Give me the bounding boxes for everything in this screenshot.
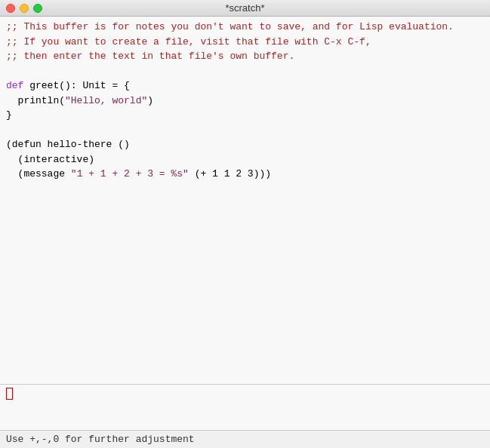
string-message: "1 + 1 + 2 + 3 = %s" xyxy=(71,168,189,180)
type-unit: Unit xyxy=(82,80,106,91)
code-line-11: (message "1 + 1 + 2 + 3 = %s" (+ 1 1 2 3… xyxy=(6,167,484,182)
lisp-msg-close: (+ 1 1 2 3))) xyxy=(189,168,271,180)
minimize-button[interactable] xyxy=(20,4,29,13)
code-line-9: (defun hello-there () xyxy=(6,137,484,152)
cursor-block xyxy=(6,388,13,400)
close-button[interactable] xyxy=(6,4,15,13)
lisp-msg-open: (message xyxy=(6,168,71,180)
code-line-2: ;; If you want to create a file, visit t… xyxy=(6,35,484,50)
code-text2: = { xyxy=(106,80,130,91)
window-title: *scratch* xyxy=(225,2,264,14)
title-bar: *scratch* xyxy=(0,0,490,17)
code-line-4 xyxy=(6,64,484,79)
window-controls xyxy=(6,4,42,13)
maximize-button[interactable] xyxy=(33,4,42,13)
code-line-6: println("Hello, world") xyxy=(6,94,484,109)
keyword-def: def xyxy=(6,80,23,91)
code-line-5: def greet(): Unit = { xyxy=(6,78,484,94)
code-line-7: } xyxy=(6,108,484,123)
code-line-1: ;; This buffer is for notes you don't wa… xyxy=(6,20,484,35)
minibuffer-content[interactable] xyxy=(0,385,490,430)
code-line-3: ;; then enter the text in that file's ow… xyxy=(6,49,484,64)
editor-container: ;; This buffer is for notes you don't wa… xyxy=(0,17,490,430)
indent: println( xyxy=(6,95,65,106)
status-bar: Use +,-,0 for further adjustment xyxy=(0,430,490,448)
status-text: Use +,-,0 for further adjustment xyxy=(6,434,195,445)
string-hello: "Hello, world" xyxy=(65,95,147,106)
editor-content[interactable]: ;; This buffer is for notes you don't wa… xyxy=(0,17,490,384)
paren-close: ) xyxy=(147,95,153,106)
code-text: greet(): xyxy=(23,80,82,91)
minibuffer xyxy=(0,385,490,430)
code-line-10: (interactive) xyxy=(6,152,484,167)
code-line-8 xyxy=(6,123,484,138)
